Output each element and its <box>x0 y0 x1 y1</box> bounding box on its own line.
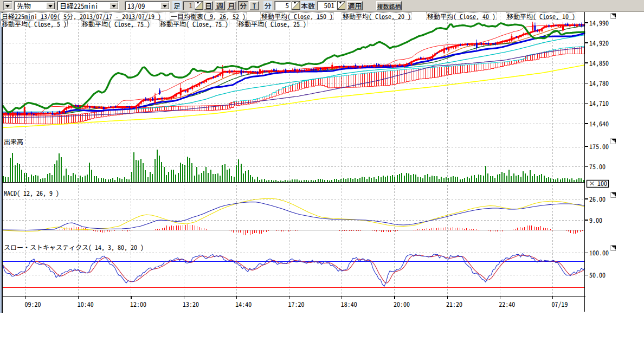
svg-text:26.00: 26.00 <box>589 194 606 203</box>
svg-text:14,710: 14,710 <box>589 98 609 107</box>
svg-text:09:20: 09:20 <box>25 299 41 308</box>
svg-text:14,640: 14,640 <box>589 119 609 128</box>
svg-text:18:40: 18:40 <box>341 299 357 308</box>
svg-text:100.00: 100.00 <box>589 248 609 257</box>
svg-text:100: 100 <box>597 178 607 188</box>
svg-text:20:00: 20:00 <box>394 299 410 308</box>
svg-text:10:40: 10:40 <box>78 299 94 308</box>
svg-text:07/19: 07/19 <box>552 299 568 308</box>
svg-text:14,780: 14,780 <box>589 78 609 87</box>
svg-text:14,920: 14,920 <box>589 38 609 47</box>
svg-text:出来高: 出来高 <box>4 137 23 146</box>
svg-text:12:00: 12:00 <box>130 299 146 308</box>
svg-text:14,990: 14,990 <box>589 18 609 27</box>
svg-text:MACD( 12, 26, 9 ): MACD( 12, 26, 9 ) <box>4 188 59 197</box>
svg-text:21:20: 21:20 <box>446 299 462 308</box>
svg-text:スロー・ストキャスティクス( 14, 3, 80, 20 ): スロー・ストキャスティクス( 14, 3, 80, 20 ) <box>4 242 144 252</box>
svg-text:14:40: 14:40 <box>235 299 252 308</box>
svg-text:50.00: 50.00 <box>589 270 606 279</box>
svg-text:75.00: 75.00 <box>589 162 606 171</box>
svg-text:×: × <box>589 178 595 188</box>
svg-text:14,850: 14,850 <box>589 58 609 67</box>
svg-text:175.00: 175.00 <box>589 141 609 151</box>
svg-text:9.00: 9.00 <box>589 215 602 224</box>
svg-text:17:20: 17:20 <box>288 299 305 308</box>
svg-text:22:40: 22:40 <box>499 299 515 308</box>
svg-text:13:20: 13:20 <box>183 299 199 308</box>
